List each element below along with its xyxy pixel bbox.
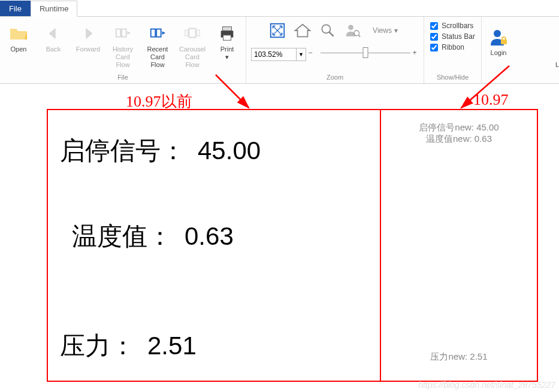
- svg-rect-6: [197, 30, 200, 35]
- ribbon: Open Back Forward History Card Flow: [0, 17, 559, 84]
- zoom-home-button[interactable]: [292, 20, 313, 41]
- forward-button: Forward: [71, 23, 105, 63]
- svg-rect-5: [185, 30, 188, 35]
- svg-rect-7: [223, 27, 232, 31]
- login-label: Login: [491, 49, 507, 56]
- svg-line-12: [330, 32, 334, 37]
- carousel-cardflow-icon: [183, 24, 202, 43]
- ribbon-group-file: Open Back Forward History Card Flow: [0, 17, 246, 83]
- new-version-column: 启停信号new: 45.00 温度值new: 0.63 压力new: 2.51: [381, 110, 537, 381]
- temp-label: 温度值：: [72, 220, 173, 253]
- scrollbars-checkbox[interactable]: Scrollbars: [430, 20, 473, 31]
- annotation-right: 10.97: [473, 91, 509, 109]
- scrollbars-label: Scrollbars: [442, 22, 473, 30]
- history-cardflow-icon: [113, 24, 132, 43]
- svg-rect-18: [502, 37, 506, 41]
- arrow-right-icon: [78, 24, 98, 43]
- scrollbars-check-input[interactable]: [430, 22, 438, 30]
- forward-label: Forward: [76, 45, 100, 62]
- statusbar-label: Status Bar: [442, 32, 475, 41]
- statusbar-check-input[interactable]: [430, 33, 438, 41]
- data-row-pressure: 压力： 2.51: [60, 329, 368, 363]
- back-label: Back: [46, 45, 61, 62]
- cutoff-text: L: [555, 61, 559, 68]
- open-folder-icon: [9, 24, 28, 43]
- chevron-down-icon: ▼: [298, 51, 304, 57]
- svg-line-15: [359, 35, 361, 37]
- history-cardflow-label: History Card Flow: [108, 45, 138, 69]
- chevron-down-icon: ▾: [394, 26, 398, 35]
- svg-rect-9: [223, 35, 231, 40]
- svg-rect-4: [189, 29, 195, 38]
- signal-value: 45.00: [198, 136, 261, 165]
- print-icon: [217, 24, 237, 43]
- comparison-box: 启停信号： 45.00 温度值： 0.63 压力： 2.51 启停信号new: …: [47, 109, 538, 382]
- ribbon-group-login: Login: [482, 17, 515, 83]
- history-cardflow-button: History Card Flow: [105, 23, 140, 71]
- old-version-column: 启停信号： 45.00 温度值： 0.63 压力： 2.51: [48, 110, 381, 381]
- svg-point-14: [354, 31, 359, 36]
- signal-label: 启停信号：: [60, 134, 186, 168]
- recent-cardflow-button[interactable]: Recent Card Flow: [140, 23, 175, 71]
- recent-cardflow-label: Recent Card Flow: [143, 45, 173, 69]
- zoom-input-wrap: ▼: [251, 48, 306, 61]
- small-row-pressure: 压力new: 2.51: [387, 351, 531, 363]
- zoom-buttons-row: Views ▾: [267, 20, 403, 41]
- temp-value: 0.63: [185, 222, 234, 251]
- statusbar-checkbox[interactable]: Status Bar: [430, 31, 475, 42]
- zoom-plus[interactable]: +: [410, 48, 419, 57]
- svg-point-13: [348, 25, 353, 30]
- svg-rect-0: [116, 29, 121, 37]
- open-label: Open: [11, 45, 27, 62]
- pressure-value: 2.51: [147, 332, 197, 360]
- data-row-temp: 温度值： 0.63: [60, 220, 368, 253]
- recent-cardflow-icon: [148, 24, 167, 43]
- tab-bar: File Runtime: [0, 0, 559, 17]
- ribbon-checkbox[interactable]: Ribbon: [430, 42, 464, 53]
- zoom-dropdown-button[interactable]: ▼: [297, 48, 306, 61]
- small-row-temp: 温度值new: 0.63: [387, 133, 531, 145]
- zoom-input[interactable]: [251, 48, 297, 61]
- carousel-cardflow-label: Carousel Card Flow: [177, 45, 207, 69]
- back-button: Back: [36, 23, 71, 63]
- pressure-label: 压力：: [60, 329, 135, 363]
- data-row-signal: 启停信号： 45.00: [60, 134, 368, 168]
- svg-rect-2: [151, 29, 156, 37]
- zoom-user-button[interactable]: [343, 20, 363, 41]
- views-button[interactable]: Views ▾: [368, 23, 403, 38]
- zoom-slider[interactable]: [321, 46, 410, 59]
- carousel-cardflow-button: Carousel Card Flow: [175, 23, 210, 71]
- chevron-down-icon: ▾: [225, 53, 229, 60]
- svg-rect-3: [156, 29, 161, 37]
- ribbon-group-showhide: Scrollbars Status Bar Ribbon Show/Hide: [424, 17, 482, 83]
- views-label: Views: [373, 26, 392, 35]
- svg-point-16: [494, 30, 501, 37]
- login-button[interactable]: Login: [483, 23, 514, 56]
- zoom-minus[interactable]: −: [306, 48, 315, 57]
- print-label: Print▾: [220, 45, 234, 62]
- svg-point-11: [322, 25, 330, 33]
- ribbon-group-zoom: Views ▾ ▼ − + Zoom: [246, 17, 424, 83]
- ribbon-check-input[interactable]: [430, 44, 438, 51]
- file-group-label: File: [117, 72, 128, 83]
- svg-rect-1: [122, 29, 126, 37]
- small-row-signal: 启停信号new: 45.00: [387, 122, 531, 133]
- login-user-icon: [489, 28, 508, 47]
- showhide-group-label: Show/Hide: [437, 72, 469, 83]
- zoom-fit-button[interactable]: [267, 20, 288, 41]
- zoom-magnify-button[interactable]: [318, 20, 338, 41]
- watermark: https://blog.csdn.net/sinat_28755227: [418, 380, 555, 390]
- zoom-slider-thumb[interactable]: [363, 47, 368, 58]
- tab-runtime[interactable]: Runtime: [31, 1, 77, 17]
- open-button[interactable]: Open: [1, 23, 36, 63]
- zoom-group-label: Zoom: [327, 72, 343, 83]
- print-button[interactable]: Print▾: [210, 23, 244, 63]
- tab-file[interactable]: File: [0, 1, 31, 16]
- arrow-left-icon: [44, 24, 63, 43]
- ribbon-chk-label: Ribbon: [442, 43, 464, 51]
